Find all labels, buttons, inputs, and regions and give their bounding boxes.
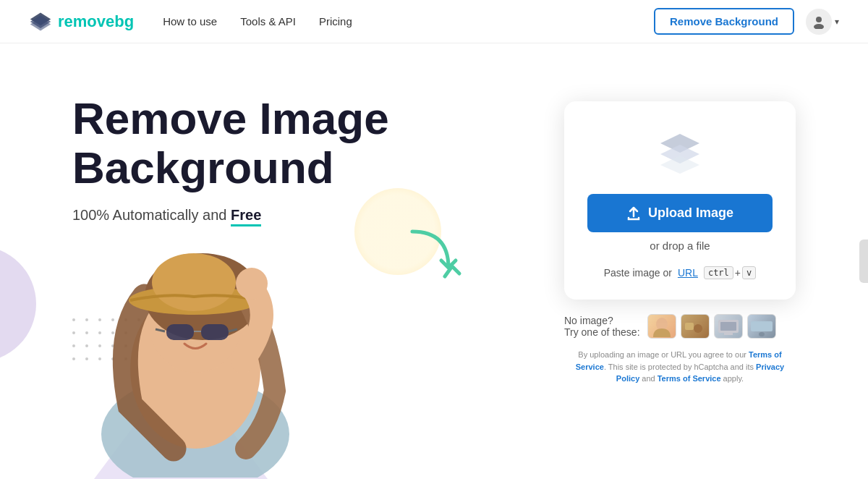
svg-rect-21 (685, 323, 694, 330)
svg-point-27 (759, 332, 765, 336)
svg-point-4 (814, 24, 824, 29)
upload-card: Upload Image or drop a file Paste image … (564, 101, 796, 300)
svg-point-10 (152, 253, 236, 311)
svg-point-16 (236, 268, 268, 300)
svg-rect-12 (201, 324, 229, 340)
paste-url-link[interactable]: URL (678, 267, 698, 279)
svg-rect-11 (166, 324, 194, 340)
paste-label: Paste image or (604, 267, 672, 279)
try-thumbnails (647, 314, 776, 339)
try-thumbnail-4[interactable] (747, 314, 776, 339)
nav-link-how-to-use[interactable]: How to use (163, 15, 217, 27)
kbd-ctrl: ctrl (704, 266, 733, 279)
logo[interactable]: removebg (29, 10, 134, 33)
svg-rect-25 (724, 333, 733, 335)
logo-text: removebg (58, 12, 134, 31)
nav-right: Remove Background ▾ (654, 8, 839, 35)
hero-woman-image (58, 203, 333, 478)
svg-point-22 (694, 324, 702, 333)
hero-title: Remove Image Background (72, 94, 389, 192)
try-thumbnail-1[interactable] (647, 314, 676, 339)
hero-section: Remove Image Background 100% Automatical… (0, 43, 868, 479)
svg-point-3 (816, 17, 822, 22)
kbd-plus-sign: + (735, 267, 741, 279)
scroll-indicator (859, 240, 868, 283)
footer-legal-note: By uploading an image or URL you agree t… (564, 349, 796, 385)
svg-rect-26 (751, 321, 773, 331)
tos-link-2[interactable]: Terms of Service (658, 374, 721, 383)
remove-background-button[interactable]: Remove Background (654, 8, 794, 35)
nav-link-tools-api[interactable]: Tools & API (240, 15, 296, 27)
svg-marker-19 (660, 156, 699, 174)
kbd-v: v (742, 266, 756, 279)
nav-links: How to use Tools & API Pricing (163, 15, 352, 27)
decor-circle-left (0, 246, 36, 362)
navbar: removebg How to use Tools & API Pricing … (0, 0, 868, 43)
paste-row: Paste image or URL ctrl + v (604, 266, 757, 279)
try-label: No image? Try one of these: (564, 315, 640, 338)
nav-link-pricing[interactable]: Pricing (319, 15, 352, 27)
try-these-row: No image? Try one of these: (564, 314, 796, 339)
try-thumbnail-2[interactable] (681, 314, 710, 339)
chevron-down-icon: ▾ (835, 17, 839, 27)
upload-image-button[interactable]: Upload Image (587, 194, 773, 232)
logo-icon (29, 10, 52, 33)
upload-arrow-icon (626, 206, 641, 221)
account-icon (806, 9, 832, 35)
upload-layers-icon (655, 130, 705, 177)
svg-rect-24 (720, 322, 736, 331)
hero-right: Upload Image or drop a file Paste image … (564, 101, 796, 385)
nav-left: removebg How to use Tools & API Pricing (29, 10, 352, 33)
try-thumbnail-3[interactable] (714, 314, 743, 339)
account-menu[interactable]: ▾ (806, 9, 839, 35)
decor-arrow (405, 224, 463, 300)
upload-or-label: or drop a file (650, 240, 710, 252)
keyboard-shortcut: ctrl + v (704, 266, 756, 279)
